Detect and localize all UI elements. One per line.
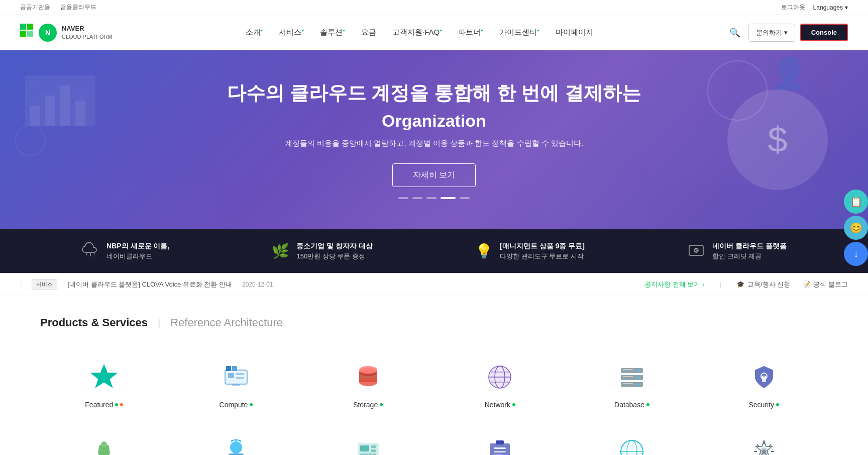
network-icon — [482, 359, 517, 395]
product-app[interactable]: Application Service — [304, 424, 432, 455]
svg-point-24 — [359, 367, 377, 374]
network-label: Network — [485, 401, 515, 409]
info-item-2[interactable]: 🌿 중소기업 및 창자자 대상 150만원 상당 쿠폰 증정 — [272, 240, 373, 262]
inquiry-button[interactable]: 문의하기 ▾ — [748, 24, 795, 42]
new-dot — [776, 403, 779, 406]
chevron-down-icon: ▾ — [845, 4, 848, 11]
hero-dot-4[interactable] — [441, 197, 456, 199]
product-featured[interactable]: Featured — [40, 349, 168, 419]
nav-faq[interactable]: 고객지원·FAQ● — [392, 28, 442, 37]
utility-link-public[interactable]: 공공기관용 — [20, 3, 50, 12]
side-button-doc[interactable]: 📋 — [844, 190, 868, 214]
logo-text: NAVER CLOUD PLATFORM — [62, 25, 113, 40]
svg-rect-53 — [490, 443, 510, 455]
hero-dot-3[interactable] — [426, 197, 437, 199]
info-item-1[interactable]: NBP의 새로운 이름, 네이버클라우드 — [81, 240, 169, 262]
new-dot — [646, 403, 649, 406]
hero-title1: 다수의 클라우드 계정을 통합해 한 번에 결제하는 — [227, 80, 640, 106]
svg-rect-1 — [30, 106, 40, 126]
product-network[interactable]: Network — [436, 349, 564, 419]
info-bar: NBP의 새로운 이름, 네이버클라우드 🌿 중소기업 및 창자자 대상 150… — [0, 229, 868, 273]
nav-intro[interactable]: 소개● — [246, 28, 263, 37]
info-item-3[interactable]: 💡 [매니지먼트 상품 9종 무료] 다양한 관리도구 무료로 시작 — [475, 240, 585, 262]
notice-tag: 서비스 — [32, 279, 57, 290]
utility-left: 공공기관용 금융클라우드 — [20, 3, 96, 12]
hero-cta-button[interactable]: 자세히 보기 — [392, 163, 476, 187]
hero-dots — [227, 197, 640, 199]
dot-icon: ● — [537, 28, 539, 33]
product-ai[interactable]: AI Service — [172, 424, 300, 455]
nav-solutions[interactable]: 솔루션● — [320, 28, 345, 37]
console-button[interactable]: Console — [800, 24, 848, 41]
svg-rect-17 — [232, 384, 240, 386]
svg-text:$: $ — [695, 248, 698, 253]
utility-link-finance[interactable]: 금융클라우드 — [60, 3, 96, 12]
product-global[interactable]: Global — [568, 424, 696, 455]
svg-point-22 — [359, 378, 377, 386]
ai-icon — [219, 434, 254, 455]
featured-icon — [86, 359, 122, 395]
utility-right: 로그아웃 Languages ▾ — [781, 3, 848, 12]
database-icon — [614, 359, 649, 395]
business-icon — [482, 434, 517, 455]
side-button-chat[interactable]: 😊 — [844, 216, 868, 240]
dollar-icon: $ — [687, 240, 705, 262]
svg-point-35 — [638, 377, 640, 379]
svg-rect-37 — [623, 369, 633, 370]
logo[interactable]: N NAVER CLOUD PLATFORM — [20, 24, 113, 42]
product-grid-row2: Management AI Service — [40, 424, 828, 455]
product-grid-row1: Featured Compute — [40, 349, 828, 419]
svg-rect-2 — [45, 96, 55, 126]
app-icon — [351, 434, 386, 455]
product-business[interactable]: Business Application — [436, 424, 564, 455]
product-compute[interactable]: Compute — [172, 349, 300, 419]
dot-icon: ● — [440, 28, 442, 33]
search-button[interactable]: 🔍 — [726, 24, 743, 41]
product-security[interactable]: Security — [700, 349, 828, 419]
nav-guide[interactable]: 가이드센터● — [499, 28, 539, 37]
side-buttons: 📋 😊 ↓ — [844, 190, 868, 266]
hero-dot-5[interactable] — [460, 197, 470, 199]
leaf-icon: 🌿 — [272, 243, 289, 259]
language-selector[interactable]: Languages ▾ — [813, 4, 848, 11]
notice-blog-link[interactable]: 📝 공식 블로그 — [802, 280, 848, 289]
info-text-4: 네이버 클라우드 플랫폼 할인 크레딧 제공 — [712, 240, 787, 262]
svg-point-36 — [638, 384, 640, 386]
svg-point-34 — [638, 370, 640, 372]
nav-right: 🔍 문의하기 ▾ Console — [726, 24, 848, 42]
svg-rect-3 — [60, 85, 70, 126]
svg-rect-39 — [623, 383, 633, 384]
storage-icon — [351, 359, 386, 395]
featured-label: Featured — [85, 401, 123, 409]
nav-mypage[interactable]: 마이페이지 — [556, 28, 593, 37]
notice-right: 🎓 교육/행사 신청 📝 공식 블로그 — [736, 280, 848, 289]
product-storage[interactable]: Storage — [304, 349, 432, 419]
notice-education-link[interactable]: 🎓 교육/행사 신청 — [736, 280, 790, 289]
svg-rect-14 — [228, 373, 234, 378]
svg-rect-4 — [75, 101, 85, 126]
product-devtools[interactable]: Dev Tools — [700, 424, 828, 455]
svg-rect-55 — [494, 451, 506, 452]
section-title: Products & Services — [40, 316, 148, 329]
nav-links: 소개● 서비스● 솔루션● 요금 고객지원·FAQ● 파트너● 가이드센터● 마… — [246, 28, 593, 37]
new-dot — [512, 403, 515, 406]
svg-rect-50 — [371, 445, 376, 448]
compute-label: Compute — [220, 401, 253, 409]
hero-dot-2[interactable] — [412, 197, 422, 199]
product-management[interactable]: Management — [40, 424, 168, 455]
side-button-scroll[interactable]: ↓ — [844, 242, 868, 266]
notice-view-all[interactable]: 공지사항 전체 보기 › — [644, 280, 705, 289]
nav-partner[interactable]: 파트너● — [458, 28, 483, 37]
svg-point-5 — [15, 126, 45, 156]
security-icon — [746, 359, 782, 395]
storage-label: Storage — [353, 401, 383, 409]
hero-title2: Organization — [227, 111, 640, 131]
hero-dot-1[interactable] — [398, 197, 408, 199]
product-database[interactable]: Database — [568, 349, 696, 419]
nav-pricing[interactable]: 요금 — [361, 28, 376, 37]
info-item-4[interactable]: $ 네이버 클라우드 플랫폼 할인 크레딧 제공 — [687, 240, 787, 262]
new-dot — [250, 403, 253, 406]
svg-rect-49 — [360, 445, 369, 451]
nav-services[interactable]: 서비스● — [279, 28, 304, 37]
login-link[interactable]: 로그아웃 — [781, 3, 805, 12]
